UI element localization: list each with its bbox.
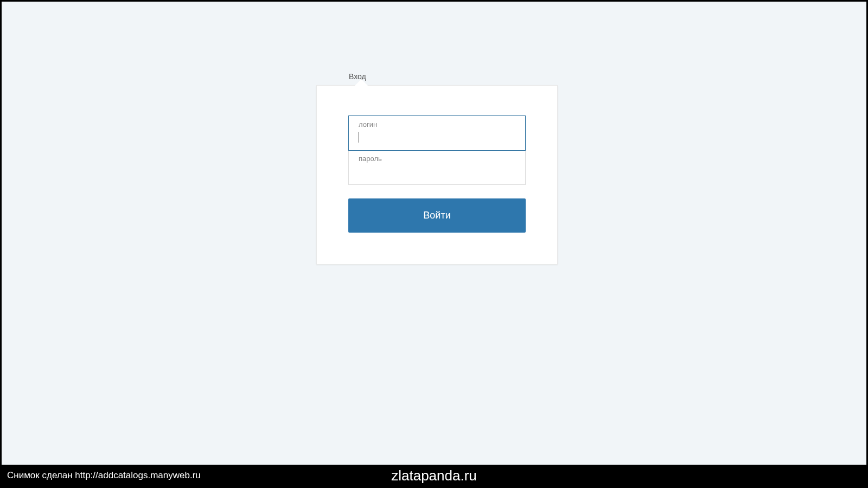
- login-title: Вход: [349, 72, 558, 81]
- footer-left-text: Снимок сделан http://addcatalogs.manyweb…: [7, 470, 201, 481]
- login-container: Вход логин пароль Войти: [316, 72, 558, 265]
- login-button[interactable]: Войти: [348, 198, 526, 233]
- footer-center-text: zlatapanda.ru: [391, 467, 477, 484]
- footer-bar: Снимок сделан http://addcatalogs.manyweb…: [2, 465, 866, 486]
- input-group: логин пароль: [348, 115, 526, 185]
- username-field-wrapper: логин: [348, 115, 526, 151]
- password-field-wrapper: пароль: [349, 150, 525, 184]
- login-card: логин пароль Войти: [316, 85, 558, 265]
- username-label: логин: [359, 120, 515, 129]
- password-input[interactable]: [359, 166, 515, 178]
- password-label: пароль: [359, 155, 515, 163]
